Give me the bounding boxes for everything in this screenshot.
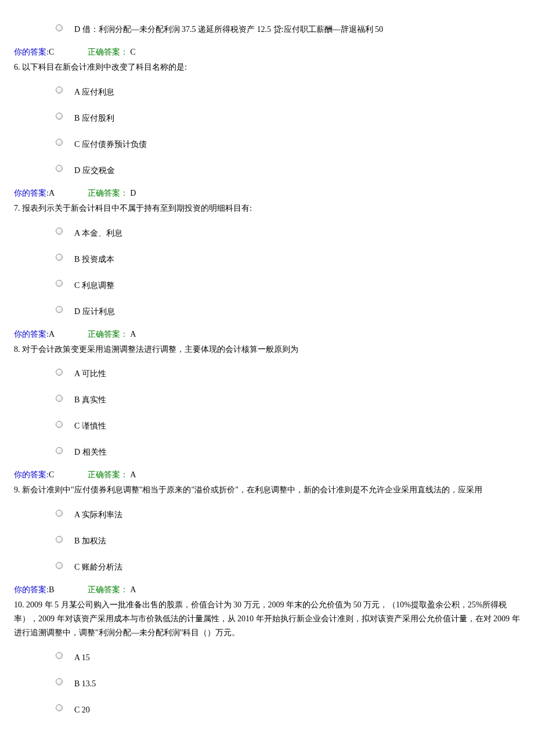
correct-answer-label: 正确答案： bbox=[88, 585, 128, 594]
option-text: B 投资成本 bbox=[74, 250, 114, 265]
radio-icon bbox=[56, 87, 63, 93]
option-text: A 本金、利息 bbox=[74, 224, 122, 239]
option-text: C 利息调整 bbox=[74, 276, 114, 291]
correct-answer-value: A bbox=[128, 585, 136, 594]
q9-prompt: 9. 新会计准则中"应付债券利息调整"相当于原来的"溢价或折价"，在利息调整中，… bbox=[14, 483, 520, 497]
radio-icon bbox=[56, 704, 63, 711]
radio-icon bbox=[56, 165, 63, 172]
radio-icon bbox=[56, 254, 63, 261]
q10-option-c[interactable]: C 20 bbox=[14, 700, 520, 716]
option-text: B 加权法 bbox=[74, 531, 106, 547]
q7-answer: 你的答案:A 正确答案： A bbox=[14, 328, 520, 340]
q8-option-a[interactable]: A 可比性 bbox=[14, 364, 520, 380]
q7-option-a[interactable]: A 本金、利息 bbox=[14, 224, 520, 239]
q8-option-b[interactable]: B 真实性 bbox=[14, 390, 520, 406]
option-text: A 可比性 bbox=[74, 364, 106, 380]
q8-option-d[interactable]: D 相关性 bbox=[14, 442, 520, 458]
q8-prompt: 8. 对于会计政策变更采用追溯调整法进行调整，主要体现的会计核算一般原则为 bbox=[14, 343, 520, 357]
radio-icon bbox=[56, 447, 63, 454]
option-text: A 实际利率法 bbox=[74, 505, 122, 521]
your-answer-value: C bbox=[49, 470, 54, 479]
q5-option-d[interactable]: D 借：利润分配—未分配利润 37.5 递延所得税资产 12.5 贷:应付职工薪… bbox=[14, 20, 520, 35]
q6-prompt: 6. 以下科目在新会计准则中改变了科目名称的是: bbox=[14, 60, 520, 74]
option-text: D 应计利息 bbox=[74, 302, 115, 318]
radio-icon bbox=[56, 562, 63, 569]
correct-answer-value: D bbox=[128, 189, 136, 197]
your-answer-value: A bbox=[49, 330, 54, 339]
option-text: B 应付股利 bbox=[74, 109, 114, 124]
your-answer-label: 你的答案: bbox=[14, 48, 49, 56]
option-text: B 真实性 bbox=[74, 390, 106, 406]
correct-answer-label: 正确答案： bbox=[88, 48, 128, 56]
radio-icon bbox=[56, 280, 63, 287]
q8-option-c[interactable]: C 谨慎性 bbox=[14, 416, 520, 432]
q8-answer: 你的答案:C 正确答案： A bbox=[14, 469, 520, 481]
option-text: C 20 bbox=[74, 700, 90, 716]
option-text: A 15 bbox=[74, 648, 90, 664]
option-text: C 账龄分析法 bbox=[74, 557, 122, 573]
q9-option-b[interactable]: B 加权法 bbox=[14, 531, 520, 547]
q10-prompt: 10. 2009 年 5 月某公司购入一批准备出售的股票，价值合计为 30 万元… bbox=[14, 598, 520, 639]
your-answer-value: A bbox=[49, 189, 54, 197]
q7-prompt: 7. 报表列示关于新会计科目中不属于持有至到期投资的明细科目有: bbox=[14, 201, 520, 215]
option-text: D 相关性 bbox=[74, 442, 107, 458]
q6-option-d[interactable]: D 应交税金 bbox=[14, 161, 520, 177]
option-text: D 应交税金 bbox=[74, 161, 115, 177]
your-answer-value: B bbox=[49, 585, 54, 594]
correct-answer-value: A bbox=[128, 330, 136, 339]
q7-option-c[interactable]: C 利息调整 bbox=[14, 276, 520, 291]
correct-answer-value: A bbox=[128, 470, 136, 479]
radio-icon bbox=[56, 536, 63, 543]
correct-answer-label: 正确答案： bbox=[88, 189, 128, 197]
radio-icon bbox=[56, 678, 63, 685]
radio-icon bbox=[56, 369, 63, 376]
q6-option-c[interactable]: C 应付债券预计负债 bbox=[14, 135, 520, 150]
correct-answer-value: C bbox=[128, 48, 136, 56]
option-text: D 借：利润分配—未分配利润 37.5 递延所得税资产 12.5 贷:应付职工薪… bbox=[74, 20, 383, 35]
q10-option-b[interactable]: B 13.5 bbox=[14, 674, 520, 690]
q6-answer: 你的答案:A 正确答案： D bbox=[14, 187, 520, 199]
your-answer-label: 你的答案: bbox=[14, 330, 49, 339]
q9-option-a[interactable]: A 实际利率法 bbox=[14, 505, 520, 521]
q6-option-b[interactable]: B 应付股利 bbox=[14, 109, 520, 124]
q7-option-b[interactable]: B 投资成本 bbox=[14, 250, 520, 265]
radio-icon bbox=[56, 139, 63, 146]
q5-answer: 你的答案:C 正确答案： C bbox=[14, 46, 520, 58]
q7-option-d[interactable]: D 应计利息 bbox=[14, 302, 520, 318]
q10-option-a[interactable]: A 15 bbox=[14, 648, 520, 664]
radio-icon bbox=[56, 652, 63, 659]
radio-icon bbox=[56, 113, 63, 120]
option-text: C 应付债券预计负债 bbox=[74, 135, 147, 150]
your-answer-label: 你的答案: bbox=[14, 470, 49, 479]
option-text: A 应付利息 bbox=[74, 82, 114, 98]
radio-icon bbox=[56, 395, 63, 402]
correct-answer-label: 正确答案： bbox=[88, 330, 128, 339]
radio-icon bbox=[56, 24, 63, 31]
radio-icon bbox=[56, 228, 63, 235]
q9-answer: 你的答案:B 正确答案： A bbox=[14, 584, 520, 596]
your-answer-label: 你的答案: bbox=[14, 189, 49, 197]
q6-option-a[interactable]: A 应付利息 bbox=[14, 82, 520, 98]
your-answer-value: C bbox=[49, 48, 54, 56]
q9-option-c[interactable]: C 账龄分析法 bbox=[14, 557, 520, 573]
option-text: C 谨慎性 bbox=[74, 416, 106, 432]
correct-answer-label: 正确答案： bbox=[88, 470, 128, 479]
radio-icon bbox=[56, 510, 63, 517]
radio-icon bbox=[56, 306, 63, 313]
option-text: B 13.5 bbox=[74, 674, 96, 690]
radio-icon bbox=[56, 421, 63, 428]
your-answer-label: 你的答案: bbox=[14, 585, 49, 594]
